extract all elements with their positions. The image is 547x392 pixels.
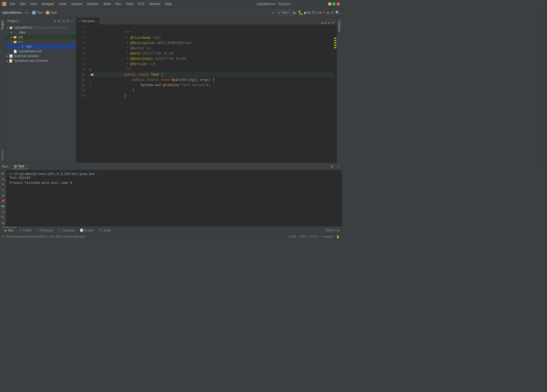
database-tab[interactable]: Database — [337, 18, 341, 34]
rerun-button[interactable]: ▶ — [1, 171, 6, 175]
tree-ext-libs[interactable]: ▶ 📊 External Libraries — [5, 54, 76, 58]
dropdown-button[interactable]: ▾ — [316, 11, 318, 15]
tree-scratches[interactable]: ▶ 📝 Scratches and Consoles — [5, 58, 76, 63]
console-command: C:\Programming\Java\jdk1.8.0_331\bin\jav… — [9, 172, 339, 176]
run-label: Run: — [2, 165, 9, 168]
edit-run-config-button[interactable]: ✏ — [322, 11, 326, 15]
project-tab[interactable]: Project — [1, 18, 4, 32]
tab-terminal[interactable]: >_ Terminal — [56, 227, 77, 233]
stop-run-button[interactable]: ■ — [1, 193, 6, 197]
vcs-update-button[interactable]: ↙ — [271, 10, 275, 16]
project-dropdown-arrow[interactable]: ▾ — [18, 19, 19, 22]
tree-iml[interactable]: 📄 UploadDemo.iml — [5, 49, 76, 54]
line-num-6: 6 — [79, 51, 85, 56]
favorites-tab[interactable]: Favorites — [1, 148, 4, 163]
line-num-14: 14 — [79, 93, 85, 98]
camera-button[interactable]: 📷 — [1, 205, 6, 209]
gutter-7 — [88, 56, 93, 62]
status-indent[interactable]: 4 spaces — [321, 235, 333, 238]
help-button[interactable]: 🔨 — [1, 216, 6, 220]
profiler-button[interactable]: ⏱ — [312, 11, 315, 15]
run-tab-close[interactable]: × — [25, 165, 27, 168]
breadcrumb-src: src — [25, 11, 29, 14]
breadcrumb: UploadDemo › src › C Test › m main — [2, 11, 270, 14]
warning-nav-up[interactable]: ▲ — [327, 21, 330, 24]
gutter-9-run[interactable]: ▶ — [88, 67, 93, 72]
tab-todo[interactable]: ☑ TODO — [16, 227, 34, 233]
wrap-output-button[interactable]: ⇔ — [1, 188, 6, 192]
run-config-selector[interactable]: ▶ Test ▾ — [276, 10, 292, 15]
run-panel-close[interactable]: — — [336, 164, 340, 169]
menu-navigate[interactable]: Navigate — [39, 2, 56, 6]
idea-name: .idea — [18, 31, 25, 34]
line-num-9: 9 — [79, 67, 85, 72]
run-panel-settings[interactable]: ⚙ — [331, 164, 334, 169]
menu-tools[interactable]: Tools — [124, 2, 135, 6]
code-10-params: ( — [180, 78, 182, 82]
gutter-10[interactable]: ▶ ● — [88, 72, 93, 77]
collapse-all-icon[interactable]: ⊟ — [62, 19, 65, 23]
editor-top-right: ▲ 6 ▲ ▼ — [319, 21, 337, 24]
settings-run-button[interactable]: ⚙ — [1, 210, 6, 214]
code-editor[interactable]: 1 2 3 4 5 6 7 8 9 10 11 12 13 14 — [76, 25, 337, 163]
event-log-link[interactable]: Event Log — [326, 228, 340, 232]
gutter-2 — [88, 30, 93, 35]
scroll-from-source-icon[interactable]: ⊕ — [54, 19, 56, 23]
expand-all-icon[interactable]: ⊞ — [58, 19, 60, 23]
run-tab-name: Test — [18, 164, 24, 168]
warning-nav-down[interactable]: ▼ — [331, 21, 335, 24]
code-10-sp2 — [159, 78, 161, 82]
tree-out[interactable]: ▶ 📂 out — [5, 35, 76, 39]
gear-settings-icon[interactable]: ⚙ — [66, 19, 69, 23]
src-folder-icon: 📂 — [13, 40, 17, 44]
settings-button[interactable]: ⚙ — [331, 11, 334, 15]
menu-edit[interactable]: Edit — [18, 2, 27, 6]
menu-vcs[interactable]: VCS — [136, 2, 147, 6]
status-encoding[interactable]: UTF-8 — [310, 235, 318, 238]
editor-tab-name: Test.java — [82, 19, 94, 23]
tree-idea[interactable]: ▶ . .idea — [5, 30, 76, 35]
menu-run[interactable]: Run — [113, 2, 123, 6]
line-num-3: 3 — [79, 35, 85, 41]
tree-src[interactable]: ▾ 📂 src — [5, 39, 76, 44]
maximize-button[interactable]: □ — [332, 2, 336, 6]
tree-test-class[interactable]: C Test — [5, 44, 76, 49]
menu-refactor[interactable]: Refactor — [85, 2, 101, 6]
menu-help[interactable]: Help — [163, 2, 174, 6]
menu-view[interactable]: View — [28, 2, 39, 6]
bottom-panel-header: Run: Test × ⚙ — — [0, 163, 342, 170]
code-3-content: * @Description 测试上传项目到Gitee — [124, 41, 191, 45]
run-button[interactable]: ▶ — [293, 10, 297, 16]
code-lines[interactable]: /** * @ClassName Test * @Description 测试上… — [93, 25, 333, 163]
tree-root[interactable]: ▾ 📁 UploadDemo C:\Programming\Workspa... — [5, 25, 76, 30]
stop-button[interactable]: ■ — [319, 11, 321, 15]
search-button[interactable]: 🔍 — [335, 11, 340, 15]
tab-run[interactable]: ▶ Run — [2, 227, 16, 233]
gutter-4 — [88, 41, 93, 46]
debug-button[interactable]: 🐛 — [298, 10, 303, 15]
tab-problems[interactable]: ⚠ Problems — [34, 227, 56, 233]
project-structure-button[interactable]: ⊞ — [327, 11, 330, 15]
delete-button[interactable]: 🗑 — [1, 221, 6, 225]
menu-build[interactable]: Build — [102, 2, 113, 6]
code-10-args: args) { — [198, 78, 214, 82]
scroll-up-button[interactable]: ▲ — [1, 177, 6, 181]
pin-tab-button[interactable]: 📌 — [1, 199, 6, 203]
run-tab-test[interactable]: Test × — [12, 164, 29, 169]
tab-profiler[interactable]: 📊 Profiler — [77, 227, 97, 233]
tab-build[interactable]: 🔨 Build — [97, 227, 113, 233]
terminal-tab-label: Terminal — [63, 229, 75, 232]
status-line-ending[interactable]: CRLF — [299, 235, 307, 238]
run-with-coverage-button[interactable]: ▶% — [304, 11, 310, 15]
editor-tab-close[interactable]: × — [95, 20, 97, 23]
menu-window[interactable]: Window — [147, 2, 163, 6]
minimize-button[interactable]: − — [328, 2, 331, 6]
panel-close-icon[interactable]: — — [71, 19, 74, 23]
editor-tab-testjava[interactable]: J Test.java × — [76, 18, 99, 24]
menu-analyze[interactable]: Analyze — [69, 2, 84, 6]
close-button[interactable]: × — [337, 2, 340, 6]
scroll-down-button[interactable]: ▼ — [1, 182, 6, 186]
root-name: UploadDemo — [14, 26, 33, 29]
menu-code[interactable]: Code — [57, 2, 68, 6]
menu-file[interactable]: File — [8, 2, 17, 6]
